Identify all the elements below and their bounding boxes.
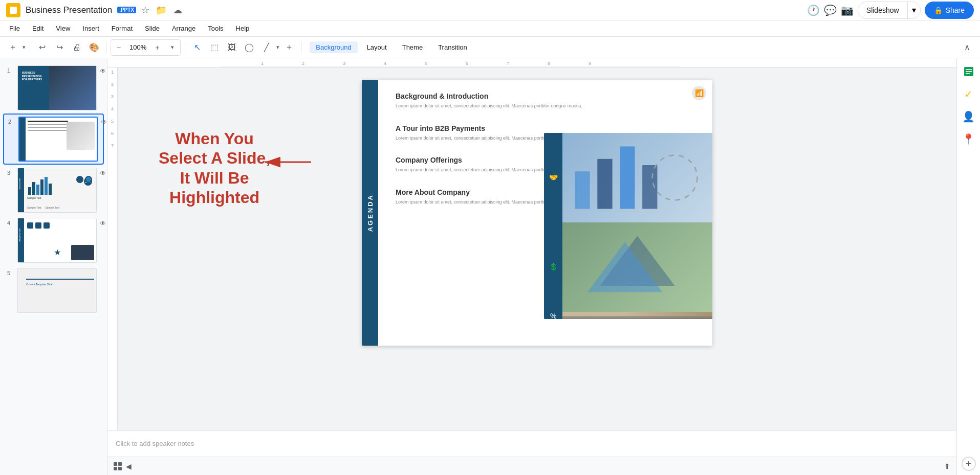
menu-file[interactable]: File — [4, 22, 25, 34]
comment-icon[interactable]: 💬 — [824, 4, 837, 16]
comment-add-button[interactable]: ＋ — [281, 40, 297, 55]
star-icon[interactable]: ☆ — [141, 5, 149, 16]
people-icon[interactable]: 👤 — [960, 107, 978, 126]
tasks-icon[interactable]: ✓ — [960, 85, 978, 103]
photo-img-3 — [562, 312, 712, 319]
title-bar-icons: ☆ 📁 ☁ — [141, 5, 182, 16]
shape-tool[interactable]: ◯ — [242, 40, 257, 55]
toolbar-collapse-button[interactable]: ∧ — [960, 40, 975, 55]
expand-notes-button[interactable]: ⬆ — [944, 462, 950, 470]
menu-view[interactable]: View — [51, 22, 75, 34]
add-panel-button[interactable]: + — [962, 457, 976, 471]
grid-view-icon[interactable] — [114, 462, 122, 470]
slide-item-4[interactable]: 4 ABOUT COMPANY ★ — [3, 216, 104, 265]
right-panel: ✓ 👤 📍 + — [956, 58, 980, 475]
title-bar-right: 🕐 💬 📷 Slideshow ▾ 🔒 Share — [807, 2, 974, 19]
slide-number-4: 4 — [7, 220, 14, 226]
slide-thumbnail-1: BUSINESSPRESENTATIONFOR PARTNERS — [17, 65, 97, 110]
svg-rect-13 — [598, 159, 613, 209]
photo-img-1 — [562, 133, 712, 222]
menu-insert[interactable]: Insert — [77, 22, 104, 34]
menu-format[interactable]: Format — [106, 22, 138, 34]
svg-text:3: 3 — [343, 61, 345, 66]
zoom-out-button[interactable]: − — [111, 40, 126, 55]
slide-options-toolbar: Background Layout Theme Transition — [310, 41, 473, 53]
notes-area[interactable]: Click to add speaker notes — [107, 430, 956, 457]
slide-item-3[interactable]: 3 BACKGROUND — [3, 166, 104, 215]
agenda-label: AGENDA — [366, 194, 374, 232]
slideshow-button-group: Slideshow ▾ — [858, 2, 921, 19]
toolbar-divider-2 — [106, 42, 106, 53]
comment-indicator-4: 👁 — [100, 220, 106, 227]
editor-area: 1 2 3 4 5 6 7 8 9 1 2 3 4 5 — [107, 58, 956, 475]
agenda-item-1: Background & Introduction Lorem ipsum do… — [396, 92, 704, 110]
zoom-in-button[interactable]: + — [149, 40, 165, 55]
slide-item-1[interactable]: 1 BUSINESSPRESENTATIONFOR PARTNERS 👁 — [3, 63, 104, 112]
zoom-controls: − 100% + ▾ — [111, 39, 181, 56]
menu-edit[interactable]: Edit — [27, 22, 49, 34]
file-type-badge: .PPTX — [117, 7, 136, 13]
menu-help[interactable]: Help — [231, 22, 255, 34]
theme-button[interactable]: Theme — [396, 41, 429, 53]
slide-canvas-area: When You Select A Slide, It Will Be High… — [118, 67, 956, 430]
slide-item-2[interactable]: 2 👁 — [3, 114, 104, 165]
transition-button[interactable]: Transition — [432, 41, 473, 53]
image-tool[interactable]: 🖼 — [224, 40, 239, 55]
layout-button[interactable]: Layout — [361, 41, 393, 53]
line-tool[interactable]: ╱ — [259, 40, 274, 55]
svg-text:8: 8 — [548, 61, 550, 66]
menu-slide[interactable]: Slide — [140, 22, 165, 34]
slide-nav-prev[interactable]: ◀ — [126, 462, 132, 470]
slide-number-1: 1 — [7, 67, 14, 74]
slideshow-button[interactable]: Slideshow — [858, 2, 907, 18]
ruler-vertical: 1 2 3 4 5 6 7 — [107, 67, 118, 430]
line-dropdown[interactable]: ▾ — [276, 44, 279, 51]
slide-panel: 1 BUSINESSPRESENTATIONFOR PARTNERS 👁 2 — [0, 58, 107, 475]
svg-rect-12 — [575, 171, 590, 209]
slide-thumbnail-2 — [18, 117, 98, 162]
menu-arrange[interactable]: Arrange — [167, 22, 201, 34]
slide-main[interactable]: 📶 AGENDA Background & Introduction Lorem… — [362, 80, 712, 346]
title-bar: Business Presentation .PPTX ☆ 📁 ☁ 🕐 💬 📷 … — [0, 0, 980, 20]
bottom-toolbar: ◀ ⬆ — [107, 457, 956, 475]
maps-icon[interactable]: 📍 — [960, 130, 978, 148]
slide-wifi-icon: 📶 — [692, 86, 706, 100]
new-slide-dropdown[interactable]: ▾ — [23, 44, 26, 51]
history-icon[interactable]: 🕐 — [807, 4, 820, 16]
share-button[interactable]: 🔒 Share — [925, 2, 974, 19]
undo-button[interactable]: ↩ — [34, 40, 50, 55]
paint-format-button[interactable]: 🎨 — [86, 40, 102, 55]
document-title: Business Presentation — [26, 5, 112, 15]
camera-icon[interactable]: 📷 — [841, 4, 854, 16]
svg-point-16 — [652, 155, 698, 200]
background-button[interactable]: Background — [310, 41, 357, 53]
slide-thumbnail-5: Content Template Slide — [17, 268, 97, 313]
toolbar: ＋ ▾ ↩ ↪ 🖨 🎨 − 100% + ▾ ↖ ⬚ 🖼 ◯ ╱ ▾ ＋ Bac… — [0, 37, 980, 58]
slide-item-5[interactable]: 5 Content Template Slide — [3, 266, 104, 315]
toolbar-divider-1 — [30, 42, 30, 53]
folder-icon[interactable]: 📁 — [156, 5, 167, 16]
new-slide-button[interactable]: ＋ — [5, 40, 20, 55]
photo-icon-3: % — [544, 312, 562, 319]
select-area-tool[interactable]: ⬚ — [207, 40, 222, 55]
cloud-icon[interactable]: ☁ — [173, 5, 182, 16]
redo-button[interactable]: ↪ — [52, 40, 67, 55]
annotation-text: When You Select A Slide, It Will Be High… — [159, 129, 270, 208]
zoom-dropdown[interactable]: ▾ — [165, 40, 180, 55]
print-button[interactable]: 🖨 — [69, 40, 84, 55]
main-area: 1 BUSINESSPRESENTATIONFOR PARTNERS 👁 2 — [0, 58, 980, 475]
toolbar-divider-3 — [185, 42, 185, 53]
select-tool[interactable]: ↖ — [189, 40, 205, 55]
menu-bar: File Edit View Insert Format Slide Arran… — [0, 20, 980, 37]
sheets-icon[interactable] — [960, 62, 978, 81]
agenda-item-1-title: Background & Introduction — [396, 92, 704, 100]
svg-text:9: 9 — [589, 61, 591, 66]
svg-text:7: 7 — [507, 61, 509, 66]
menu-tools[interactable]: Tools — [203, 22, 228, 34]
photo-img-2 — [562, 222, 712, 312]
svg-rect-15 — [642, 165, 657, 209]
photo-icon-2: 💲 — [544, 222, 562, 312]
slideshow-dropdown-arrow[interactable]: ▾ — [907, 2, 920, 18]
slide-photo-grid: 🤝 — [544, 133, 712, 319]
svg-text:4: 4 — [384, 61, 386, 66]
